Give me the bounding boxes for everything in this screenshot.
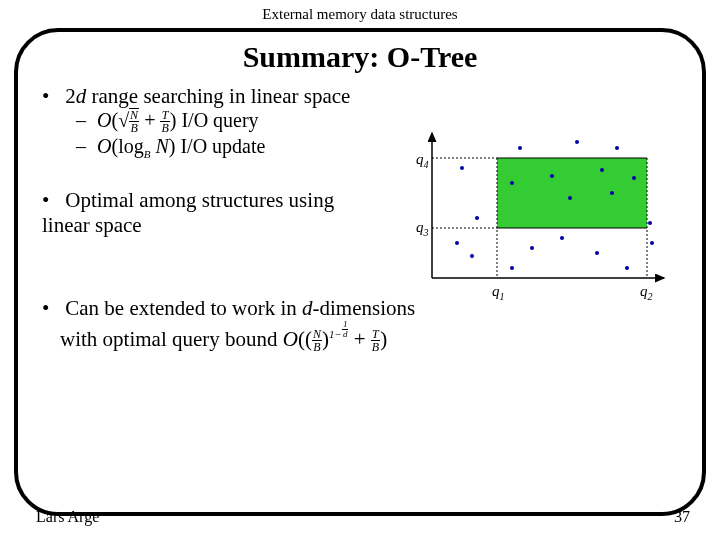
m-lp3: ( — [298, 327, 305, 351]
b2-text: Optimal among structures using linear sp… — [42, 188, 334, 237]
svg-point-2 — [470, 254, 474, 258]
svg-point-16 — [510, 266, 514, 270]
m-O: O — [97, 109, 111, 131]
label-q2: q2 — [640, 283, 653, 302]
svg-point-11 — [610, 191, 614, 195]
frac-1d: 1d — [342, 320, 349, 339]
nb2-den: B — [312, 341, 322, 353]
b1-d: d — [76, 84, 87, 108]
svg-point-17 — [625, 266, 629, 270]
b3-line2-wrap: with optimal query bound O((NB)1−1d + TB… — [60, 321, 678, 354]
formula-query: O(√NB + TB) — [97, 109, 181, 131]
bullet-1: • 2d range searching in linear space — [42, 84, 678, 109]
svg-point-3 — [455, 241, 459, 245]
b3-text: Can be extended to work in d-dimensions — [65, 296, 415, 320]
svg-point-8 — [550, 174, 554, 178]
svg-point-14 — [560, 236, 564, 240]
slide-header: External memory data structures — [0, 0, 720, 23]
formula-update: O(logB N) — [97, 135, 180, 157]
m-rp4: ) — [380, 327, 387, 351]
m-plus1: + — [139, 109, 160, 131]
label-q3: q3 — [416, 219, 429, 238]
b1-rest: range searching in linear space — [86, 84, 350, 108]
b3-l1a: Can be extended to work in — [65, 296, 302, 320]
m-lp4: ( — [305, 327, 312, 351]
svg-point-19 — [650, 241, 654, 245]
bullet-2: • Optimal among structures using linear … — [42, 188, 362, 238]
m-rp: ) — [170, 109, 177, 131]
svg-point-12 — [632, 176, 636, 180]
s2-suffix: I/O update — [180, 135, 265, 157]
frac-NB2: NB — [312, 328, 322, 353]
s1-suffix: I/O query — [181, 109, 258, 131]
nb-num: N — [129, 109, 139, 122]
footer-page: 37 — [674, 508, 690, 526]
query-rect — [497, 158, 647, 228]
m-rp2: ) — [169, 135, 176, 157]
frac-NB: NB — [129, 109, 139, 134]
m-plus2: + — [348, 327, 370, 351]
nb2-num: N — [312, 328, 322, 341]
b3-l2: with optimal query bound — [60, 327, 278, 351]
fd-den: d — [342, 330, 349, 339]
label-q4: q4 — [416, 151, 429, 170]
b3-l1b: -dimensions — [313, 296, 416, 320]
nb-den: B — [129, 122, 139, 134]
svg-point-15 — [595, 251, 599, 255]
b3-d: d — [302, 296, 313, 320]
range-query-figure: q4 q3 q1 q2 — [402, 128, 672, 308]
svg-point-0 — [460, 166, 464, 170]
svg-point-7 — [510, 181, 514, 185]
figure-svg: q4 q3 q1 q2 — [402, 128, 672, 308]
tb2-den: B — [371, 341, 380, 353]
m-rp3: ) — [322, 327, 329, 351]
svg-point-4 — [518, 146, 522, 150]
svg-point-10 — [600, 168, 604, 172]
dash-icon: – — [76, 135, 92, 158]
bullet-dot: • — [42, 188, 60, 213]
dash-icon: – — [76, 109, 92, 132]
svg-point-18 — [648, 221, 652, 225]
frac-TB: TB — [160, 109, 169, 134]
m-O2: O — [97, 135, 111, 157]
m-sqrt: √ — [118, 109, 129, 131]
formula-ddim: O((NB)1−1d + TB) — [283, 327, 387, 351]
tb-num: T — [160, 109, 169, 122]
b1-two: 2 — [65, 84, 76, 108]
frac-TB2: TB — [371, 328, 380, 353]
exp-pref: 1− — [329, 328, 342, 340]
bullet-dot: • — [42, 84, 60, 109]
m-O3: O — [283, 327, 298, 351]
tb2-num: T — [371, 328, 380, 341]
footer-author: Lars Arge — [36, 508, 99, 526]
label-q1: q1 — [492, 283, 505, 302]
slide: External memory data structures Summary:… — [0, 0, 720, 540]
svg-point-13 — [530, 246, 534, 250]
m-logarg: N — [150, 135, 168, 157]
b1-text: 2d range searching in linear space — [65, 84, 350, 108]
svg-point-5 — [575, 140, 579, 144]
svg-point-6 — [615, 146, 619, 150]
content-frame: Summary: O-Tree • 2d range searching in … — [14, 28, 706, 516]
bullet-dot: • — [42, 296, 60, 321]
svg-point-9 — [568, 196, 572, 200]
tb-den: B — [160, 122, 169, 134]
slide-title: Summary: O-Tree — [42, 40, 678, 74]
svg-point-1 — [475, 216, 479, 220]
m-log: log — [118, 135, 144, 157]
